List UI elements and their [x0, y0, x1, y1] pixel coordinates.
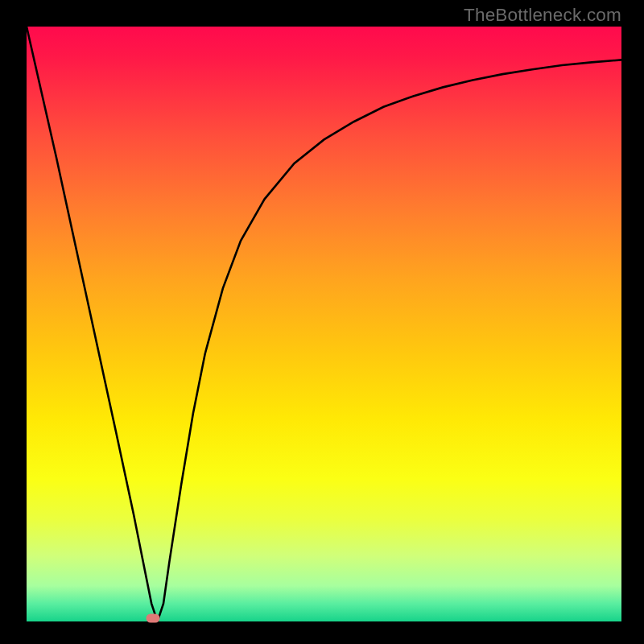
plot-area [27, 27, 621, 621]
chart-frame: TheBottleneck.com [0, 0, 644, 644]
min-marker [147, 614, 160, 623]
watermark-text: TheBottleneck.com [464, 5, 621, 26]
curve-path [27, 27, 621, 621]
bottleneck-curve [27, 27, 621, 621]
